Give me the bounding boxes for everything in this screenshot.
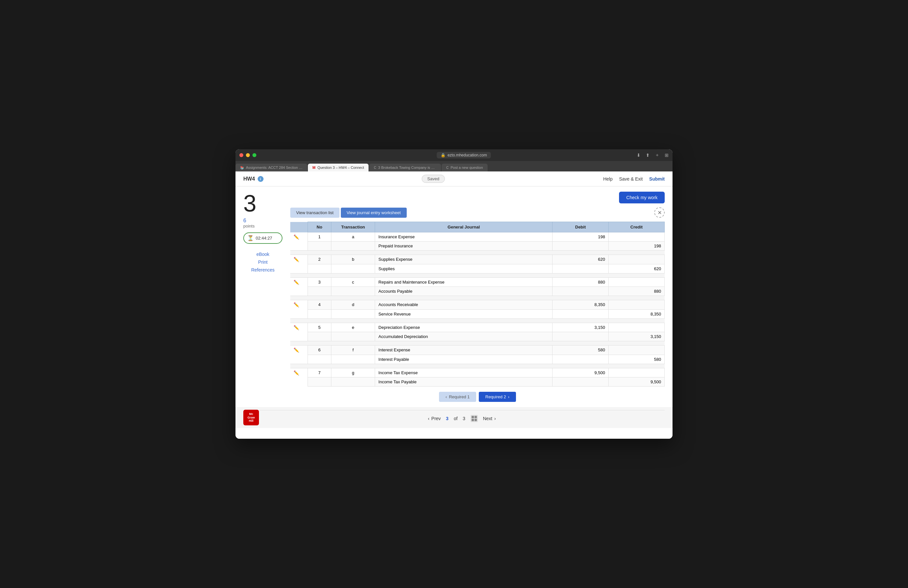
cell-credit-3b[interactable]: 880 (609, 287, 665, 296)
cell-debit-3[interactable]: 880 (552, 277, 609, 287)
cell-credit-5b[interactable]: 3,150 (609, 332, 665, 341)
cell-credit-7[interactable] (609, 368, 665, 378)
print-link[interactable]: Print (243, 259, 282, 265)
edit-icon-5[interactable]: ✏️ (293, 325, 299, 330)
share-icon[interactable]: ⬆ (646, 153, 650, 158)
close-button[interactable]: ✕ (654, 207, 665, 218)
cell-no-1: 1 (308, 232, 332, 241)
ebook-link[interactable]: eBook (243, 252, 282, 257)
minimize-window-btn[interactable] (246, 153, 250, 157)
edit-icon-4[interactable]: ✏️ (293, 302, 299, 307)
edit-icon-6[interactable]: ✏️ (293, 347, 299, 353)
info-icon[interactable]: i (258, 176, 264, 182)
cell-journal-2[interactable]: Supplies Expense (375, 255, 552, 264)
required2-button[interactable]: Required 2 › (479, 392, 516, 402)
check-work-button[interactable]: Check my work (619, 192, 665, 203)
saved-badge: Saved (422, 175, 445, 183)
cell-credit-2[interactable] (609, 255, 665, 264)
grid-view-icon[interactable] (471, 415, 478, 422)
required1-button[interactable]: ‹ Required 1 (439, 392, 476, 402)
cell-no-6: 6 (308, 345, 332, 355)
prev-chevron-icon: ‹ (428, 416, 430, 421)
address-bar[interactable]: 🔒 ezto.mheducation.com (437, 152, 491, 158)
prev-button[interactable]: ‹ Prev (428, 416, 441, 421)
maximize-window-btn[interactable] (253, 153, 256, 157)
cell-debit-1b[interactable] (552, 241, 609, 251)
edit-icon-3[interactable]: ✏️ (293, 280, 299, 285)
cell-journal-7[interactable]: Income Tax Expense (375, 368, 552, 378)
cell-journal-5b[interactable]: Accumulated Depreciation (375, 332, 552, 341)
cell-journal-7b[interactable]: Income Tax Payable (375, 378, 552, 387)
close-window-btn[interactable] (239, 153, 243, 157)
cell-debit-2b[interactable] (552, 264, 609, 273)
table-row: ✏️ 2 b Supplies Expense 620 (290, 255, 665, 264)
tab-brokeback[interactable]: C 3 Brokeback Towing Company is at the e… (369, 164, 441, 172)
cell-journal-3[interactable]: Repairs and Maintenance Expense (375, 277, 552, 287)
tab-post-question[interactable]: C Post a new question (442, 164, 487, 172)
col-header-no: No (308, 222, 332, 232)
references-link[interactable]: References (243, 267, 282, 273)
tab-favicon-post: C (446, 166, 448, 169)
cell-credit-6[interactable] (609, 345, 665, 355)
cell-debit-5b[interactable] (552, 332, 609, 341)
cell-debit-3b[interactable] (552, 287, 609, 296)
cell-journal-1[interactable]: Insurance Expense (375, 232, 552, 241)
cell-trans-3: c (331, 277, 375, 287)
save-exit-button[interactable]: Save & Exit (619, 176, 642, 182)
cell-debit-7b[interactable] (552, 378, 609, 387)
table-row: ✏️ 7 g Income Tax Expense 9,500 (290, 368, 665, 378)
required2-label: Required 2 (485, 394, 506, 399)
chevron-left-icon: ‹ (446, 394, 447, 399)
cell-journal-4[interactable]: Accounts Receivable (375, 300, 552, 310)
cell-trans-4: d (331, 300, 375, 310)
cell-credit-5[interactable] (609, 323, 665, 332)
cell-debit-4[interactable]: 8,350 (552, 300, 609, 310)
cell-debit-5[interactable]: 3,150 (552, 323, 609, 332)
tab-label-post: Post a new question (451, 165, 483, 169)
help-link[interactable]: Help (603, 176, 612, 182)
next-button[interactable]: Next › (483, 416, 496, 421)
logo-text: McGrawHill (248, 412, 255, 423)
cell-debit-7[interactable]: 9,500 (552, 368, 609, 378)
cell-journal-6b[interactable]: Interest Payable (375, 355, 552, 364)
cell-journal-1b[interactable]: Prepaid Insurance (375, 241, 552, 251)
cell-credit-1b[interactable]: 198 (609, 241, 665, 251)
tab-question3[interactable]: M Question 3 – HW4 – Connect (308, 164, 369, 172)
cell-credit-3[interactable] (609, 277, 665, 287)
cell-credit-6b[interactable]: 580 (609, 355, 665, 364)
cell-debit-4b[interactable] (552, 309, 609, 318)
cell-journal-6[interactable]: Interest Expense (375, 345, 552, 355)
edit-icon-2[interactable]: ✏️ (293, 257, 299, 262)
tab-label-assignments: Assignments: ACCT 284 Section 1 (Summer … (246, 165, 303, 169)
next-label: Next (483, 416, 493, 421)
cell-journal-4b[interactable]: Service Revenue (375, 309, 552, 318)
tab-assignments[interactable]: 📚 Assignments: ACCT 284 Section 1 (Summe… (235, 164, 307, 172)
hw-title-area: HW4 i (243, 176, 264, 182)
cell-debit-2[interactable]: 620 (552, 255, 609, 264)
submit-button[interactable]: Submit (649, 176, 665, 182)
cell-no-5: 5 (308, 323, 332, 332)
cell-credit-1[interactable] (609, 232, 665, 241)
cell-debit-1[interactable]: 198 (552, 232, 609, 241)
cell-journal-5[interactable]: Depreciation Expense (375, 323, 552, 332)
cell-journal-3b[interactable]: Accounts Payable (375, 287, 552, 296)
cell-journal-2b[interactable]: Supplies (375, 264, 552, 273)
cell-credit-4[interactable] (609, 300, 665, 310)
new-tab-icon[interactable]: ＋ (655, 152, 660, 158)
lock-icon: 🔒 (441, 153, 446, 157)
cell-debit-6b[interactable] (552, 355, 609, 364)
cell-debit-6[interactable]: 580 (552, 345, 609, 355)
edit-icon-1[interactable]: ✏️ (293, 235, 299, 239)
app-header: HW4 i Saved Help Save & Exit Submit (235, 172, 673, 186)
col-header-credit: Credit (609, 222, 665, 232)
edit-icon-7[interactable]: ✏️ (293, 370, 299, 376)
cell-credit-2b[interactable]: 620 (609, 264, 665, 273)
sidebar-icon[interactable]: ⊞ (665, 153, 669, 158)
cell-credit-7b[interactable]: 9,500 (609, 378, 665, 387)
view-transaction-tab[interactable]: View transaction list (290, 207, 340, 218)
cell-credit-4b[interactable]: 8,350 (609, 309, 665, 318)
timer-icon: ⏳ (247, 235, 254, 241)
view-journal-tab[interactable]: View journal entry worksheet (341, 207, 407, 218)
download-icon[interactable]: ⬇ (637, 153, 641, 158)
table-row: ✏️ 3 c Repairs and Maintenance Expense 8… (290, 277, 665, 287)
